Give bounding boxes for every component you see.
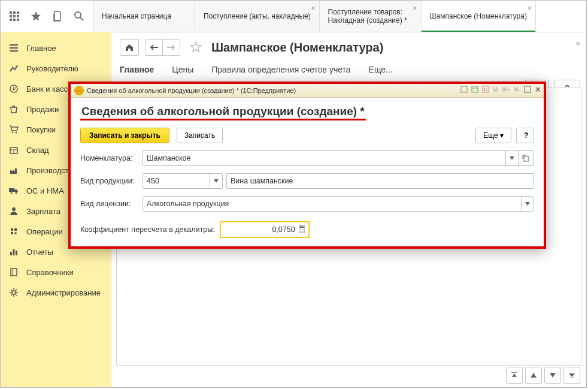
star-icon[interactable] (31, 11, 41, 22)
page-close-icon[interactable]: × (575, 39, 580, 48)
person-icon (9, 206, 19, 216)
license-type-value: Алкогольная продукция (147, 200, 229, 208)
more-label: Еще (483, 131, 498, 140)
svg-rect-26 (11, 228, 13, 231)
dialog-heading: Сведения об алкогольной продукции (созда… (80, 104, 366, 120)
tab-close-icon[interactable]: × (413, 4, 417, 13)
top-tabbar: Начальная страница Поступление (акты, на… (1, 1, 586, 32)
svg-line-42 (11, 294, 12, 295)
calculator-icon[interactable] (297, 224, 307, 234)
svg-line-40 (16, 294, 17, 295)
cart-icon (9, 125, 19, 134)
svg-point-25 (12, 207, 16, 211)
svg-rect-3 (10, 15, 12, 17)
svg-marker-47 (531, 373, 537, 378)
chart-icon (9, 64, 19, 73)
product-type-name-input[interactable]: Вина шампанские (226, 173, 534, 189)
mem-m[interactable]: M (493, 86, 498, 93)
tab-receipts[interactable]: Поступление (акты, накладные)× (195, 1, 320, 32)
footer-controls (506, 367, 580, 384)
page-toolbar: Шампанское (Номенклатура) (120, 39, 578, 56)
mem-mminus[interactable]: M- (513, 86, 520, 93)
chevron-down-icon: ▾ (500, 131, 504, 140)
svg-point-65 (300, 231, 301, 232)
dropdown-icon[interactable] (505, 151, 518, 165)
search-icon[interactable] (74, 11, 84, 22)
svg-rect-8 (17, 19, 19, 21)
minimize-icon[interactable] (524, 86, 531, 94)
svg-point-17 (12, 132, 14, 134)
sidebar-item-main[interactable]: Главное (1, 38, 111, 58)
svg-line-11 (80, 17, 83, 20)
product-type-name-value: Вина шампанские (231, 177, 293, 185)
back-button[interactable] (146, 40, 163, 55)
dropdown-icon[interactable] (521, 197, 534, 211)
svg-marker-48 (550, 373, 556, 378)
field-coefficient-row: Коэффициент пересчета в декалитры: 0,075… (80, 221, 534, 238)
nomenclature-input[interactable]: Шампанское (143, 150, 519, 166)
box-icon (9, 145, 19, 155)
tool-a-icon[interactable] (460, 86, 468, 94)
save-and-close-button[interactable]: Записать и закрыть (80, 128, 169, 143)
subtab-rules[interactable]: Правила определения счетов учета (211, 65, 350, 74)
save-button[interactable]: Записать (177, 128, 223, 143)
mem-mplus[interactable]: M+ (501, 86, 510, 93)
svg-line-41 (16, 290, 17, 291)
history-icon[interactable] (52, 11, 63, 22)
svg-rect-28 (11, 232, 13, 234)
sidebar-item-manager[interactable]: Руководителю (1, 58, 111, 79)
tool-c-icon[interactable]: 31 (482, 86, 489, 94)
dialog-help-button[interactable]: ? (516, 128, 534, 143)
open-ref-icon[interactable] (518, 150, 534, 166)
apps-icon[interactable] (9, 11, 20, 22)
sidebar-item-label: Операции (26, 227, 63, 236)
forward-button[interactable] (163, 40, 180, 55)
scroll-down-icon[interactable] (544, 367, 561, 384)
nav-group (145, 39, 180, 56)
product-type-code-input[interactable]: 450 (143, 173, 223, 189)
coin-icon: ₽ (9, 84, 19, 94)
svg-rect-5 (17, 15, 19, 17)
dialog-close-icon[interactable]: ✕ (535, 85, 541, 94)
sidebar-item-label: ОС и НМА (26, 186, 64, 195)
scroll-up-icon[interactable] (525, 367, 542, 384)
bars-icon (9, 247, 19, 257)
sidebar-item-label: Покупки (26, 125, 56, 134)
dialog-titlebar[interactable]: 1c Сведения об алкогольной продукции (со… (71, 84, 544, 98)
tab-close-icon[interactable]: × (528, 4, 532, 13)
subtab-prices[interactable]: Цены (172, 65, 193, 74)
tab-invoice[interactable]: Поступление товаров:Накладная (создание)… (320, 1, 422, 32)
scroll-bottom-icon[interactable] (563, 367, 580, 384)
tab-close-icon[interactable]: × (311, 4, 316, 13)
subtab-more[interactable]: Еще... (369, 65, 393, 74)
subtab-main[interactable]: Главное (120, 65, 154, 74)
factory-icon (9, 165, 19, 175)
more-button[interactable]: Еще ▾ (475, 128, 511, 143)
tool-b-icon[interactable] (471, 86, 478, 94)
bag-icon (9, 104, 19, 114)
svg-point-63 (300, 229, 301, 230)
alcohol-info-dialog: 1c Сведения об алкогольной продукции (со… (68, 82, 546, 249)
license-type-input[interactable]: Алкогольная продукция (143, 196, 534, 212)
favorite-star-icon[interactable] (190, 41, 202, 55)
app-logo-icon: 1c (74, 86, 84, 95)
svg-rect-32 (11, 269, 17, 276)
svg-point-34 (12, 291, 16, 294)
sidebar-item-admin[interactable]: Администрирование (1, 282, 111, 303)
tab-label: Накладная (создание) * (328, 16, 413, 25)
sidebar-item-label: Справочники (26, 268, 74, 277)
scroll-top-icon[interactable] (506, 367, 523, 384)
svg-marker-9 (31, 11, 41, 21)
svg-rect-13 (10, 47, 18, 49)
home-button[interactable] (120, 39, 139, 56)
sidebar-item-label: Продажи (26, 105, 59, 114)
dialog-title-tools: 31 M M+ M- ✕ (460, 85, 541, 94)
tab-champagne[interactable]: Шампанское (Номенклатура)× (422, 1, 536, 32)
svg-rect-30 (13, 249, 15, 255)
tabs-container: Начальная страница Поступление (акты, на… (93, 1, 586, 32)
coefficient-input[interactable]: 0,0750 (220, 221, 310, 238)
sidebar-item-references[interactable]: Справочники (1, 262, 111, 282)
dropdown-icon[interactable] (210, 174, 222, 188)
tab-home[interactable]: Начальная страница (93, 1, 195, 32)
svg-marker-59 (214, 179, 219, 183)
